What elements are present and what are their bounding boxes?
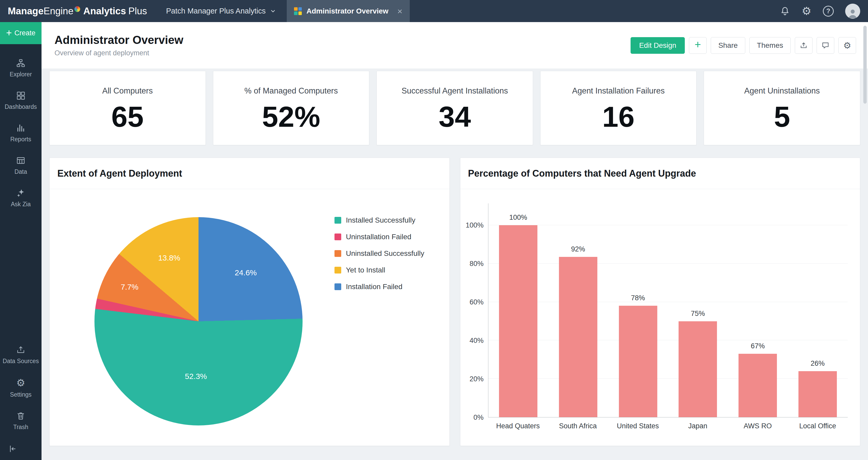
person-icon [847, 7, 859, 19]
dashboard-content: All Computers 65 % of Managed Computers … [41, 69, 868, 460]
kpi-value: 65 [50, 102, 206, 132]
sidebar-item-data[interactable]: Data [0, 149, 41, 182]
dashboard-settings-button[interactable]: ⚙ [838, 37, 856, 54]
tab-administrator-overview[interactable]: Administrator Overview × [287, 0, 410, 22]
notifications-bell-icon[interactable] [780, 6, 790, 17]
sidebar-item-label: Ask Zia [11, 201, 31, 208]
legend-item[interactable]: Yet to Install [335, 266, 424, 274]
data-sources-icon [16, 345, 25, 354]
help-icon[interactable]: ? [823, 6, 834, 17]
x-label: Local Office [788, 422, 848, 430]
help-question-glyph: ? [826, 7, 830, 15]
edit-design-button[interactable]: Edit Design [630, 37, 685, 54]
pie-chart[interactable]: 24.6%52.3%7.7%13.8% [94, 217, 303, 426]
legend-label: Uninstallation Failed [346, 233, 411, 241]
bar[interactable] [799, 371, 837, 417]
bar-chart-y-axis: 0% 20% 40% 60% 80% 100% [460, 225, 484, 418]
bar-column: 75% [668, 225, 728, 417]
x-label: Head Quaters [488, 422, 548, 430]
sidebar-item-label: Dashboards [5, 104, 37, 110]
bar[interactable] [499, 225, 537, 417]
x-label: Japan [668, 422, 728, 430]
sidebar-item-data-sources[interactable]: Data Sources [0, 339, 41, 371]
legend-item[interactable]: Installed Successfully [335, 216, 424, 224]
y-tick: 0% [473, 413, 484, 422]
share-button[interactable]: Share [711, 37, 745, 54]
bar-column: 92% [548, 225, 608, 417]
legend-item[interactable]: Uninstalled Successfully [335, 249, 424, 258]
x-label: South Africa [548, 422, 608, 430]
kpi-card-successful-installations[interactable]: Successful Agent Installations 34 [376, 71, 533, 145]
bar-value-label: 100% [509, 213, 527, 222]
sidebar-item-dashboards[interactable]: Dashboards [0, 84, 41, 117]
collapse-sidebar-icon [8, 444, 41, 453]
page-subtitle: Overview of agent deployment [55, 49, 183, 57]
sidebar-item-label: Data Sources [3, 358, 39, 365]
create-button[interactable]: + Create [0, 22, 41, 44]
sidebar-item-label: Explorer [9, 71, 32, 78]
kpi-card-installation-failures[interactable]: Agent Installation Failures 16 [540, 71, 697, 145]
bar[interactable] [739, 354, 777, 417]
legend-swatch [335, 250, 341, 257]
kpi-value: 52% [213, 102, 369, 132]
reports-icon [16, 123, 25, 133]
close-tab-icon[interactable]: × [397, 7, 402, 16]
workspace-dropdown[interactable]: Patch Manager Plus Analytics [166, 0, 276, 22]
sidebar-item-reports[interactable]: Reports [0, 117, 41, 149]
page-header: Administrator Overview Overview of agent… [41, 22, 868, 69]
data-table-icon [16, 156, 25, 165]
comments-button[interactable] [817, 37, 834, 54]
pie-chart-title: Extent of Agent Deployment [57, 168, 182, 179]
sidebar-top-group: Explorer Dashboards Reports [0, 44, 41, 214]
bar-value-label: 78% [631, 294, 645, 302]
legend-swatch [335, 283, 341, 290]
sidebar-item-settings[interactable]: ⚙ Settings [0, 371, 41, 405]
sidebar-item-trash[interactable]: Trash [0, 405, 41, 437]
kpi-card-managed-computers[interactable]: % of Managed Computers 52% [213, 71, 370, 145]
sidebar-item-explorer[interactable]: Explorer [0, 52, 41, 84]
sidebar-item-label: Data [14, 168, 27, 175]
settings-gear-icon[interactable]: ⚙ [802, 6, 811, 17]
kpi-card-all-computers[interactable]: All Computers 65 [49, 71, 206, 145]
bar-value-label: 26% [811, 360, 825, 368]
themes-button[interactable]: Themes [749, 37, 791, 54]
manageengine-logo-icon [74, 6, 80, 12]
user-avatar[interactable] [845, 4, 860, 19]
bar-chart-body: 0% 20% 40% 60% 80% 100% [460, 189, 860, 446]
kpi-label: Agent Installation Failures [540, 86, 696, 95]
bar[interactable] [679, 321, 717, 418]
legend-swatch [335, 267, 341, 274]
brand-logo[interactable]: ManageEngine AnalyticsPlus [0, 6, 147, 17]
bar[interactable] [559, 257, 597, 417]
bar-chart-plot: 100% 92% 78% [488, 225, 848, 418]
zia-sparkle-icon [16, 188, 25, 198]
legend-item[interactable]: Uninstallation Failed [335, 233, 424, 241]
pie-slice-label: 52.3% [185, 372, 207, 381]
y-tick: 20% [469, 375, 484, 383]
sidebar-item-ask-zia[interactable]: Ask Zia [0, 182, 41, 214]
pie-slice-label: 24.6% [235, 268, 257, 277]
chevron-down-icon [270, 8, 276, 14]
kpi-label: % of Managed Computers [213, 86, 369, 95]
collapse-sidebar-button[interactable] [0, 437, 41, 460]
pie-chart-panel: Extent of Agent Deployment 24.6%52.3%7.7… [49, 158, 450, 446]
bar[interactable] [619, 306, 657, 417]
brand-plus: Plus [128, 6, 147, 17]
legend-label: Installed Successfully [346, 216, 415, 224]
sidebar-bottom-group: Data Sources ⚙ Settings Trash [0, 339, 41, 460]
main-area: Administrator Overview Overview of agent… [41, 22, 868, 460]
legend-swatch [335, 233, 341, 240]
sidebar-item-label: Reports [10, 136, 31, 143]
scrollbar-thumb[interactable] [863, 26, 867, 104]
legend-item[interactable]: Installation Failed [335, 283, 424, 291]
add-widget-button[interactable]: + [689, 37, 707, 54]
kpi-label: All Computers [50, 86, 206, 95]
comment-icon [821, 41, 830, 50]
kpi-card-uninstallations[interactable]: Agent Uninstallations 5 [704, 71, 860, 145]
bar-column: 26% [788, 225, 848, 417]
bar-chart-title: Percentage of Computers that Need Agent … [468, 168, 696, 179]
tab-label: Administrator Overview [306, 7, 389, 15]
plus-icon: + [6, 28, 12, 38]
export-button[interactable] [795, 37, 812, 54]
pie-legend: Installed Successfully Uninstallation Fa… [335, 216, 424, 291]
